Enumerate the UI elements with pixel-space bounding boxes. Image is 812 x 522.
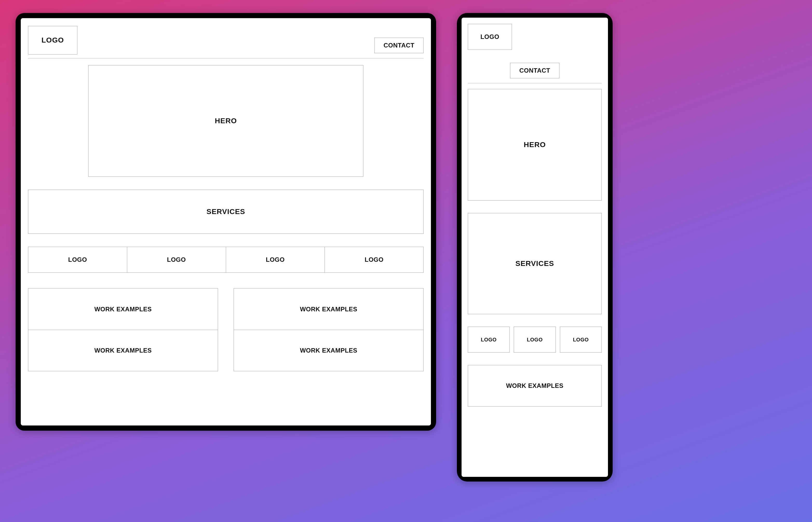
phone-header-divider — [468, 83, 602, 83]
tablet-work-example-label: WORK EXAMPLES — [94, 306, 152, 313]
tablet-logo-item: LOGO — [226, 247, 325, 273]
phone-services-placeholder: SERVICES — [468, 213, 602, 314]
phone-device-frame: LOGO CONTACT HERO SERVICES LOGO LOGO LOG… — [457, 13, 613, 482]
tablet-services-label: SERVICES — [206, 207, 245, 216]
tablet-logo-item: LOGO — [28, 247, 127, 273]
phone-work-example-label: WORK EXAMPLES — [506, 382, 563, 389]
tablet-work-example: WORK EXAMPLES — [234, 330, 424, 371]
phone-hero-label: HERO — [524, 141, 546, 149]
tablet-services-placeholder: SERVICES — [28, 190, 424, 234]
phone-logo-label: LOGO — [481, 33, 500, 40]
tablet-work-col-left: WORK EXAMPLES WORK EXAMPLES — [28, 288, 218, 371]
tablet-screen: LOGO CONTACT HERO SERVICES LOGO LOGO LOG… — [21, 18, 431, 425]
tablet-logo-item-label: LOGO — [167, 256, 186, 263]
phone-logo-item: LOGO — [514, 327, 556, 353]
phone-contact-button[interactable]: CONTACT — [510, 63, 559, 78]
tablet-logo-item-label: LOGO — [365, 256, 384, 263]
phone-logo-item-label: LOGO — [481, 337, 497, 343]
phone-hero-placeholder: HERO — [468, 89, 602, 201]
tablet-work-example: WORK EXAMPLES — [28, 288, 218, 330]
phone-contact-row: CONTACT — [468, 63, 602, 78]
tablet-logo-item: LOGO — [127, 247, 226, 273]
phone-services-label: SERVICES — [515, 259, 554, 268]
tablet-contact-button[interactable]: CONTACT — [374, 38, 424, 53]
tablet-logo-item-label: LOGO — [68, 256, 87, 263]
tablet-hero-label: HERO — [215, 117, 237, 125]
tablet-work-example-label: WORK EXAMPLES — [300, 306, 357, 313]
tablet-logo-row: LOGO LOGO LOGO LOGO — [28, 247, 424, 273]
phone-logo-item-label: LOGO — [573, 337, 589, 343]
phone-logo-item-label: LOGO — [527, 337, 543, 343]
phone-logo-item: LOGO — [560, 327, 602, 353]
tablet-work-col-right: WORK EXAMPLES WORK EXAMPLES — [234, 288, 424, 371]
tablet-logo-placeholder: LOGO — [28, 26, 77, 55]
tablet-device-frame: LOGO CONTACT HERO SERVICES LOGO LOGO LOG… — [16, 13, 436, 431]
tablet-header: LOGO CONTACT — [28, 26, 424, 55]
tablet-work-example: WORK EXAMPLES — [234, 288, 424, 330]
phone-screen: LOGO CONTACT HERO SERVICES LOGO LOGO LOG… — [462, 18, 608, 477]
tablet-work-example-label: WORK EXAMPLES — [300, 347, 357, 354]
phone-logo-item: LOGO — [468, 327, 509, 353]
tablet-work-example-label: WORK EXAMPLES — [94, 347, 152, 354]
phone-work-example: WORK EXAMPLES — [468, 365, 602, 406]
tablet-hero-placeholder: HERO — [88, 65, 363, 177]
phone-contact-label: CONTACT — [519, 67, 550, 74]
tablet-logo-label: LOGO — [41, 36, 64, 44]
phone-logo-placeholder: LOGO — [468, 24, 512, 50]
tablet-logo-item: LOGO — [325, 247, 424, 273]
tablet-work-example: WORK EXAMPLES — [28, 330, 218, 371]
tablet-logo-item-label: LOGO — [266, 256, 285, 263]
tablet-work-examples-grid: WORK EXAMPLES WORK EXAMPLES WORK EXAMPLE… — [28, 288, 424, 371]
phone-logo-row: LOGO LOGO LOGO — [468, 327, 602, 353]
tablet-header-divider — [28, 58, 424, 58]
tablet-contact-label: CONTACT — [383, 42, 414, 49]
